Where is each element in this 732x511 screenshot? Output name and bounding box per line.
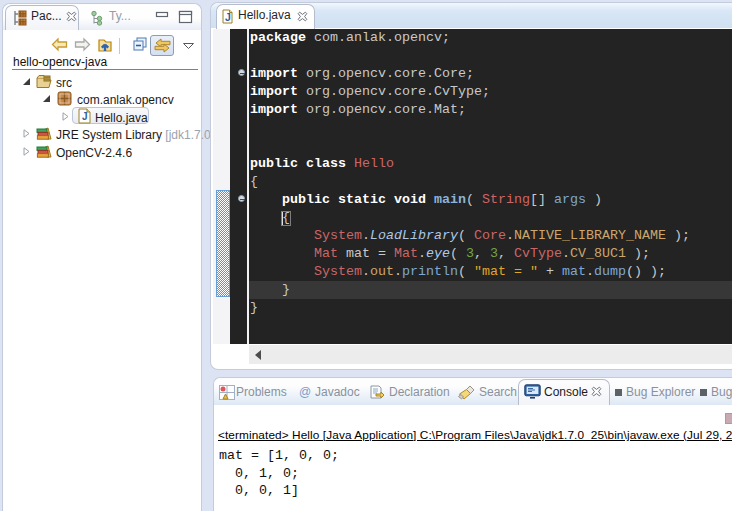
svg-text:J: J xyxy=(82,111,88,122)
svg-text:J: J xyxy=(225,11,231,23)
